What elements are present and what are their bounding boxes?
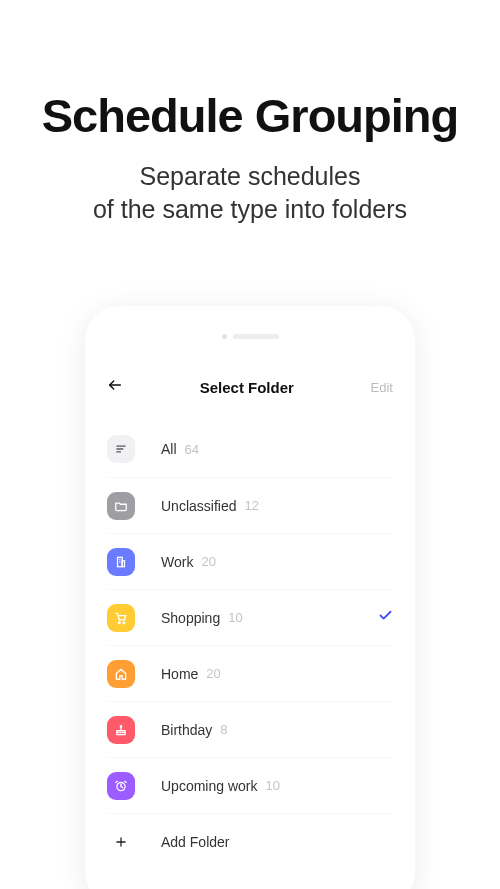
folder-count: 10 bbox=[265, 778, 279, 793]
cake-icon bbox=[107, 716, 135, 744]
add-folder-button[interactable]: Add Folder bbox=[107, 813, 393, 869]
folder-count: 10 bbox=[228, 610, 242, 625]
folder-count: 64 bbox=[185, 442, 199, 457]
folder-label: Upcoming work bbox=[161, 778, 257, 794]
folder-list: All 64 Unclassified 12 Work 20 Shopping bbox=[85, 415, 415, 869]
svg-rect-5 bbox=[122, 560, 124, 566]
folder-row-shopping[interactable]: Shopping 10 bbox=[107, 589, 393, 645]
folder-icon bbox=[107, 492, 135, 520]
folder-label: All bbox=[161, 441, 177, 457]
svg-point-11 bbox=[120, 725, 122, 727]
building-icon bbox=[107, 548, 135, 576]
add-folder-label: Add Folder bbox=[161, 834, 229, 850]
phone-frame: Select Folder Edit All 64 Unclassified 1… bbox=[85, 306, 415, 889]
svg-line-15 bbox=[116, 781, 118, 782]
folder-label: Shopping bbox=[161, 610, 220, 626]
screen-title: Select Folder bbox=[200, 379, 294, 396]
house-icon bbox=[107, 660, 135, 688]
clock-icon bbox=[107, 772, 135, 800]
folder-row-work[interactable]: Work 20 bbox=[107, 533, 393, 589]
back-button[interactable] bbox=[107, 377, 123, 397]
folder-count: 20 bbox=[201, 554, 215, 569]
svg-point-9 bbox=[123, 621, 125, 623]
arrow-left-icon bbox=[107, 377, 123, 393]
svg-line-16 bbox=[125, 781, 127, 782]
edit-button[interactable]: Edit bbox=[371, 380, 393, 395]
hero-subtitle: Separate schedules of the same type into… bbox=[0, 160, 500, 228]
folder-label: Unclassified bbox=[161, 498, 236, 514]
cart-icon bbox=[107, 604, 135, 632]
hero-title: Schedule Grouping bbox=[0, 90, 500, 142]
svg-point-8 bbox=[118, 621, 120, 623]
hero-section: Schedule Grouping Separate schedules of … bbox=[0, 0, 500, 227]
svg-line-14 bbox=[121, 786, 123, 787]
folder-label: Work bbox=[161, 554, 193, 570]
screen-topbar: Select Folder Edit bbox=[85, 359, 415, 415]
folder-count: 20 bbox=[206, 666, 220, 681]
check-icon bbox=[378, 608, 393, 627]
plus-icon bbox=[107, 828, 135, 856]
list-icon bbox=[107, 435, 135, 463]
folder-label: Home bbox=[161, 666, 198, 682]
folder-row-birthday[interactable]: Birthday 8 bbox=[107, 701, 393, 757]
folder-row-home[interactable]: Home 20 bbox=[107, 645, 393, 701]
folder-label: Birthday bbox=[161, 722, 212, 738]
folder-row-unclassified[interactable]: Unclassified 12 bbox=[107, 477, 393, 533]
folder-row-all[interactable]: All 64 bbox=[107, 421, 393, 477]
folder-count: 8 bbox=[220, 722, 227, 737]
folder-count: 12 bbox=[244, 498, 258, 513]
notch-indicator bbox=[85, 306, 415, 359]
folder-row-upcoming[interactable]: Upcoming work 10 bbox=[107, 757, 393, 813]
